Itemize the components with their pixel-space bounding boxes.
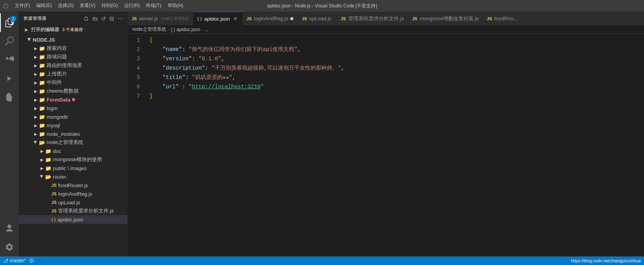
tree-label: loginAndReg.js [58,191,92,197]
blog-url[interactable]: https://blog.csdn.net/zhangyizuishuai [571,258,641,263]
tree-label: public \ images [53,165,87,171]
tab-icon-mongoose: JS [412,16,417,21]
collapse-all-icon[interactable]: ⊟ [109,16,114,22]
tree-root-node.js[interactable]: ▶ NODE.JS [19,35,128,44]
account-activity-icon[interactable] [0,219,19,238]
tree-item-router[interactable]: ▶ 📂 router [19,172,128,181]
refresh-icon[interactable]: ↺ [101,16,106,22]
tab-label-upload: upLoad.js [309,16,331,21]
menu-goto[interactable]: 转到(G) [102,2,118,10]
status-right: https://blog.csdn.net/zhangyizuishuai [571,258,641,263]
vscode-icon: ⬡ [3,2,9,10]
line-num-6: 6 [128,82,140,91]
new-file-icon[interactable]: 🗋 [83,16,89,22]
tab-label-login: loginAndReg.js [254,16,288,21]
tree-item-public-images[interactable]: ▶ 📁 public \ images [19,164,128,172]
breadcrumb-part3[interactable]: ... [205,27,209,32]
tree-item-mysql[interactable]: ▶ 📁 mysql [19,121,128,130]
unsaved-count: 3 个未保存 [62,27,83,33]
extensions-activity-icon[interactable] [0,88,19,107]
tab-foodrou-js[interactable]: JS foodRou... [483,12,522,25]
tree-item-upload[interactable]: ▶ 📁 上传图片 [19,70,128,78]
tree-label: 上传图片 [47,70,67,77]
open-editors-arrow: ▶ [23,26,30,33]
tree-item-upload-js[interactable]: ▶ JS upLoad.js [19,198,128,207]
tab-server-js[interactable]: JS server.js node之管理系统 [128,12,193,25]
tree-item-search[interactable]: ▶ 📁 搜索内容 [19,44,128,53]
tree-item-cheerio[interactable]: ▶ 📁 cheerio爬数据 [19,87,128,95]
breadcrumb-sep1: › [168,27,169,32]
code-content[interactable]: { "name": "帅气的张亿同学为你们留下的api使用文档", "versi… [146,34,644,256]
tab-mongoose-js[interactable]: JS mongoose增删改查封装.js [408,12,483,25]
breadcrumb-part1[interactable]: node之管理系统 [132,26,166,33]
tree-label: 搜索内容 [47,45,67,52]
new-folder-icon[interactable]: 🗁 [92,16,98,22]
tree-label: doc [53,148,61,154]
tab-loginandreg-js[interactable]: JS loginAndReg.js [243,12,298,25]
menu-edit[interactable]: 编辑(E) [36,2,52,10]
tree-item-apidoc[interactable]: ▶ { } apidoc.json [19,215,128,224]
tree-item-mgmt-analysis[interactable]: ▶ JS 管理系统需求分析文件.js [19,207,128,215]
tree-label: node之管理系统 [47,139,83,146]
tree-label: apidoc.json [58,217,83,223]
tree-item-luyou[interactable]: ▶ 📁 路由的使用场景 [19,61,128,70]
root-arrow: ▶ [26,37,33,43]
open-editors-toggle[interactable]: ▶ 打开的编辑器 3 个未保存 [22,25,125,34]
more-icon[interactable]: ··· [118,16,123,22]
run-activity-icon[interactable] [0,69,19,88]
menu-view[interactable]: 查看(V) [80,2,95,10]
code-line-1: { [149,35,644,45]
tab-icon-mgmt: JS [340,16,346,21]
title-bar: ⬡ 文件(F) 编辑(E) 选择(S) 查看(V) 转到(G) 运行(R) 终端… [0,0,644,12]
tab-apidoc-json[interactable]: { } apidoc.json ✕ [193,12,242,25]
tree-item-node-mgmt[interactable]: ▶ 📂 node之管理系统 [19,138,128,147]
breadcrumb-part2[interactable]: { } apidoc.json [171,27,200,32]
tree-item-formdata[interactable]: ▶ 📁 FormData [19,95,128,104]
tab-icon-food: JS [487,16,492,21]
line-num-4: 4 [128,63,140,73]
tree-item-doc[interactable]: ▶ 📁 doc [19,147,128,155]
activity-bar: 3 [0,12,19,256]
breadcrumb-sep2: › [202,27,203,32]
tree-item-middleware[interactable]: ▶ 📁 中间件 [19,78,128,87]
tree-item-fsgm[interactable]: ▶ 📁 fsgm [19,104,128,112]
tab-label-server: server.js [139,16,158,21]
line-num-5: 5 [128,73,140,82]
sidebar-header-icons[interactable]: 🗋 🗁 ↺ ⊟ ··· [83,16,123,22]
menu-terminal[interactable]: 终端(T) [146,2,161,10]
settings-activity-icon[interactable] [0,238,19,256]
status-bar: ⎇ master* ⓪ https://blog.csdn.net/zhangy… [0,256,644,265]
scm-activity-icon[interactable] [0,51,19,69]
tree-item-foodrouter[interactable]: ▶ JS foodRouter.js [19,181,128,190]
tab-icon-server: JS [132,16,137,21]
open-editors-section[interactable]: ▶ 打开的编辑器 3 个未保存 [19,25,128,35]
tab-mgmt-analysis-js[interactable]: JS 管理系统需求分析文件.js [337,12,408,25]
code-editor[interactable]: 1 2 3 4 5 6 7 { "name": "帅气的张亿同学为你们留下的ap… [128,34,644,256]
tab-upload-js[interactable]: JS upLoad.js [298,12,337,25]
menu-run[interactable]: 运行(R) [124,2,140,10]
menu-select[interactable]: 选择(S) [58,2,74,10]
window-title: apidoc.json - Node.js - Visual Studio Co… [267,3,377,9]
breadcrumb: node之管理系统 › { } apidoc.json › ... [128,25,644,34]
tab-icon-login: JS [247,16,252,21]
tree-item-node-modules[interactable]: ▶ 📁 node_modules [19,130,128,138]
code-line-3: "version": "0.1.0", [149,54,644,63]
error-count[interactable]: ⓪ [29,258,34,264]
search-activity-icon[interactable] [0,32,19,51]
tree-item-mongoose-use[interactable]: ▶ 📁 mongoose模块的使用 [19,155,128,164]
menu-bar[interactable]: ⬡ 文件(F) 编辑(E) 选择(S) 查看(V) 转到(G) 运行(R) 终端… [3,2,183,10]
tab-close-apidoc[interactable]: ✕ [232,16,239,22]
explorer-activity-icon[interactable]: 3 [0,13,19,32]
tab-label-mgmt: 管理系统需求分析文件.js [348,15,404,22]
tree-label: cheerio爬数据 [47,88,79,95]
menu-help[interactable]: 帮助(H) [168,2,184,10]
tree-item-loginandreg[interactable]: ▶ JS loginAndReg.js [19,190,128,198]
tree-item-luyuwenti[interactable]: ▶ 📁 路域问题 [19,53,128,61]
git-branch[interactable]: ⎇ master* [3,258,26,263]
code-line-4: "description": "千万别羡慕我超级帅,可以迷倒万千女性的那种帅。"… [149,63,644,73]
tree-item-mongodb[interactable]: ▶ 📁 mongodb [19,112,128,121]
tree-label: 管理系统需求分析文件.js [58,207,114,214]
tree-label: 路由的使用场景 [47,62,82,69]
tab-modified-login [290,17,293,20]
menu-file[interactable]: 文件(F) [15,2,30,10]
